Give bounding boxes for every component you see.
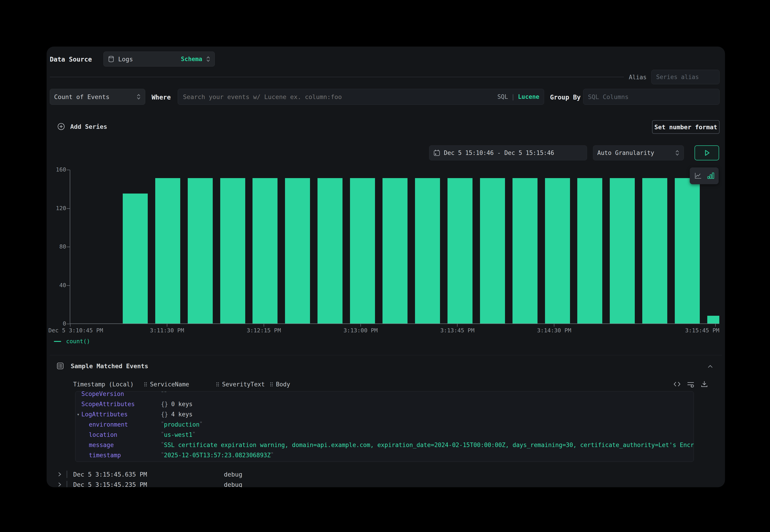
detail-key: ScopeAttributes <box>81 401 135 408</box>
detail-value: "2025-12-05T13:57:23.082306893Z" <box>161 452 274 459</box>
aggregate-value: Count of Events <box>54 93 109 100</box>
detail-value: "production" <box>161 421 202 428</box>
where-label: Where <box>152 94 171 101</box>
y-tick <box>67 170 70 170</box>
severity-bar <box>67 481 67 487</box>
event-row[interactable]: Dec 5 3:15:45.235 PMdebug <box>47 480 725 487</box>
set-number-format-button[interactable]: Set number format <box>652 120 720 134</box>
detail-value: "SSL certificate expiration warning, dom… <box>161 442 694 448</box>
download-icon[interactable] <box>700 380 708 388</box>
schema-link[interactable]: Schema <box>181 56 202 62</box>
chevron-updown-icon <box>206 55 210 63</box>
detail-row-scopeattributes[interactable]: ScopeAttributes{}0 keys <box>75 399 694 409</box>
play-icon <box>703 149 711 157</box>
chart-bar <box>642 178 667 323</box>
legend-swatch <box>54 341 61 342</box>
chart-bar <box>382 178 408 323</box>
chart-bar <box>545 178 570 323</box>
main-panel: Data Source Logs Schema Alias Count of E… <box>47 47 725 487</box>
chart-bar <box>350 178 375 323</box>
code-view-icon[interactable] <box>673 380 681 388</box>
x-tick <box>715 323 716 327</box>
chart-legend: count() <box>54 338 90 345</box>
plus-circle-icon <box>57 122 65 131</box>
y-tick-label: 40 <box>47 282 66 288</box>
alias-divider <box>50 77 624 77</box>
expand-caret-icon[interactable]: ▾ <box>77 412 80 417</box>
chart-bar <box>285 178 310 323</box>
braces-icon: {} <box>161 411 168 418</box>
chart-bar <box>675 178 700 323</box>
severity-bar <box>67 471 67 478</box>
chart-bar <box>480 178 505 323</box>
search-input-wrap: SQL | Lucene <box>178 89 544 105</box>
time-range-picker[interactable]: Dec 5 15:10:46 - Dec 5 15:15:46 <box>429 145 587 160</box>
column-header-label: ServiceName <box>150 381 189 388</box>
detail-key: ScopeVersion <box>81 391 124 397</box>
drag-handle-icon[interactable] <box>216 382 219 387</box>
mode-divider: | <box>511 93 515 100</box>
detail-value: {}0 keys <box>161 401 192 408</box>
column-header-label: Body <box>276 381 290 388</box>
event-timestamp: Dec 5 3:15:45.635 PM <box>73 471 147 478</box>
event-list-icon <box>57 362 64 370</box>
x-tick <box>554 323 554 327</box>
chart-bar <box>123 194 148 323</box>
granularity-select[interactable]: Auto Granularity <box>593 145 684 160</box>
y-tick-label: 120 <box>47 205 66 211</box>
run-query-button[interactable] <box>695 145 719 160</box>
data-source-label: Data Source <box>50 56 92 63</box>
event-row[interactable]: Dec 5 3:15:45.635 PMdebug <box>47 470 725 479</box>
wrap-text-icon[interactable] <box>687 380 695 388</box>
chart-bar <box>155 178 180 323</box>
detail-value: {}4 keys <box>161 411 192 418</box>
sql-mode-toggle[interactable]: SQL <box>497 93 508 100</box>
x-tick-label: 3:12:15 PM <box>246 327 281 334</box>
calendar-icon <box>434 149 440 157</box>
chevron-right-icon[interactable] <box>57 481 62 487</box>
detail-row-environment[interactable]: environment"production" <box>75 419 694 430</box>
column-header-body[interactable]: Body <box>270 381 290 388</box>
aggregate-select[interactable]: Count of Events <box>50 89 145 105</box>
y-tick <box>67 285 70 286</box>
events-section-title: Sample Matched Events <box>71 363 148 370</box>
event-severity: debug <box>224 481 242 487</box>
drag-handle-icon[interactable] <box>270 382 273 387</box>
column-header-timestamp-local-[interactable]: Timestamp (Local) <box>73 381 134 388</box>
detail-row-timestamp[interactable]: timestamp"2025-12-05T13:57:23.082306893Z… <box>75 450 694 460</box>
detail-key: timestamp <box>89 452 121 459</box>
granularity-value: Auto Granularity <box>597 149 654 156</box>
column-header-servicename[interactable]: ServiceName <box>144 381 189 388</box>
alias-input[interactable] <box>651 70 720 84</box>
chevron-right-icon[interactable] <box>57 471 62 477</box>
add-series-button[interactable]: Add Series <box>57 122 107 131</box>
drag-handle-icon[interactable] <box>144 382 147 387</box>
line-chart-icon[interactable] <box>694 172 702 180</box>
detail-row-message[interactable]: message"SSL certificate expiration warni… <box>75 440 694 450</box>
event-severity: debug <box>224 471 242 478</box>
search-input[interactable] <box>182 93 497 101</box>
alias-label: Alias <box>615 74 647 81</box>
detail-row-scopeversion[interactable]: ScopeVersion"" <box>75 391 694 399</box>
detail-row-location[interactable]: location"us-west1" <box>75 430 694 440</box>
bar-chart-icon[interactable] <box>707 172 715 180</box>
column-header-severitytext[interactable]: SeverityText <box>216 381 265 388</box>
y-tick-label: 0 <box>47 320 66 327</box>
events-section-header: Sample Matched Events <box>57 362 148 370</box>
x-tick-label: 3:13:00 PM <box>343 327 378 334</box>
group-by-input[interactable] <box>583 89 720 105</box>
x-tick-label: 3:13:45 PM <box>440 327 475 334</box>
chart-bar <box>577 178 602 323</box>
data-source-value: Logs <box>118 56 133 63</box>
column-header-label: SeverityText <box>222 381 265 388</box>
time-range-value: Dec 5 15:10:46 - Dec 5 15:15:46 <box>444 149 554 156</box>
chart-bar <box>707 316 719 323</box>
chevron-updown-icon <box>675 149 680 157</box>
lucene-mode-toggle[interactable]: Lucene <box>518 93 539 100</box>
detail-row-logattributes[interactable]: ▾LogAttributes{}4 keys <box>75 409 694 419</box>
collapse-section-icon[interactable] <box>707 364 714 369</box>
data-source-select[interactable]: Logs Schema <box>103 52 215 67</box>
y-tick <box>67 208 70 209</box>
chart-bar <box>220 178 245 323</box>
detail-value: "us-west1" <box>161 431 195 438</box>
